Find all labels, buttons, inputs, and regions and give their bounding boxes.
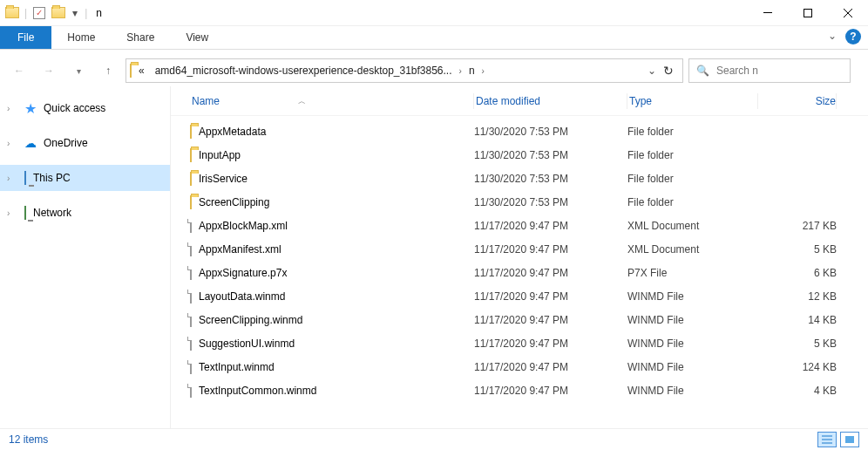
file-size: 124 KB: [758, 361, 837, 373]
svg-rect-0: [763, 12, 772, 13]
file-row[interactable]: SuggestionUI.winmd11/17/2020 9:47 PMWINM…: [171, 331, 868, 355]
file-type: WINMD File: [627, 290, 758, 303]
chevron-right-icon[interactable]: ›: [459, 66, 462, 76]
ribbon-collapse-icon[interactable]: ⌄: [828, 30, 837, 42]
file-size: 6 KB: [758, 267, 837, 279]
file-date: 11/17/2020 9:47 PM: [474, 243, 627, 256]
address-bar[interactable]: « amd64_microsoft-windows-userexperience…: [125, 58, 683, 83]
file-row[interactable]: ScreenClipping.winmd11/17/2020 9:47 PMWI…: [171, 308, 868, 331]
file-type: File folder: [627, 173, 758, 185]
title-bar: | ✓ ▾ | n: [0, 0, 868, 26]
column-header-type[interactable]: Type: [627, 93, 758, 109]
sidebar-item-this-pc[interactable]: › This PC: [0, 165, 170, 191]
column-header-date[interactable]: Date modified: [474, 93, 627, 109]
file-name: TextInput.winmd: [199, 361, 275, 373]
tab-view[interactable]: View: [170, 26, 224, 49]
file-type: WINMD File: [627, 314, 758, 326]
folder-icon[interactable]: [51, 6, 65, 20]
sidebar-item-onedrive[interactable]: › ☁ OneDrive: [0, 130, 170, 156]
file-type: P7X File: [627, 267, 758, 279]
file-size: 12 KB: [758, 290, 837, 303]
file-row[interactable]: InputApp11/30/2020 7:53 PMFile folder: [171, 143, 868, 167]
file-row[interactable]: AppxMetadata11/30/2020 7:53 PMFile folde…: [171, 119, 868, 143]
maximize-button[interactable]: [788, 0, 828, 26]
close-button[interactable]: [828, 0, 868, 26]
tab-share[interactable]: Share: [111, 26, 170, 49]
cloud-icon: ☁: [24, 136, 37, 150]
file-type: File folder: [627, 149, 758, 161]
file-row[interactable]: IrisService11/30/2020 7:53 PMFile folder: [171, 167, 868, 190]
file-row[interactable]: AppxSignature.p7x11/17/2020 9:47 PMP7X F…: [171, 261, 868, 284]
folder-icon: [5, 6, 19, 20]
search-icon: 🔍: [696, 65, 709, 77]
sidebar-item-label: This PC: [33, 172, 71, 184]
forward-button[interactable]: →: [37, 58, 61, 83]
svg-rect-1: [804, 9, 812, 17]
file-date: 11/17/2020 9:47 PM: [474, 361, 627, 373]
navigation-bar: ← → ▾ ↑ « amd64_microsoft-windows-userex…: [0, 55, 868, 86]
file-size: 14 KB: [758, 314, 837, 326]
file-type: File folder: [627, 196, 758, 208]
column-headers: Name ︿ Date modified Type Size: [171, 86, 868, 116]
file-icon: [190, 243, 192, 256]
chevron-right-icon[interactable]: ›: [7, 174, 17, 183]
up-button[interactable]: ↑: [96, 58, 120, 83]
file-name: IrisService: [199, 173, 248, 185]
file-type: XML Document: [627, 220, 758, 232]
status-bar: 12 items: [0, 428, 868, 449]
column-header-name[interactable]: Name ︿: [190, 93, 474, 109]
file-name: AppxMetadata: [199, 126, 266, 138]
file-row[interactable]: TextInput.winmd11/17/2020 9:47 PMWINMD F…: [171, 355, 868, 378]
file-name: LayoutData.winmd: [199, 290, 285, 303]
file-date: 11/17/2020 9:47 PM: [474, 220, 627, 232]
file-row[interactable]: AppxBlockMap.xml11/17/2020 9:47 PMXML Do…: [171, 214, 868, 237]
minimize-button[interactable]: [748, 0, 788, 26]
breadcrumb-segment[interactable]: amd64_microsoft-windows-userexperience-d…: [152, 65, 456, 77]
sidebar-item-quick-access[interactable]: › ★ Quick access: [0, 95, 170, 121]
details-view-button[interactable]: [817, 432, 837, 447]
refresh-icon[interactable]: ↻: [663, 64, 674, 78]
monitor-icon: [24, 172, 26, 184]
file-row[interactable]: ScreenClipping11/30/2020 7:53 PMFile fol…: [171, 190, 868, 214]
chevron-right-icon[interactable]: ›: [7, 139, 17, 148]
file-row[interactable]: LayoutData.winmd11/17/2020 9:47 PMWINMD …: [171, 284, 868, 308]
chevron-right-icon[interactable]: ›: [482, 66, 485, 76]
address-dropdown-icon[interactable]: ⌄: [648, 65, 656, 77]
back-button[interactable]: ←: [7, 58, 31, 83]
folder-icon: [190, 126, 192, 138]
recent-dropdown-icon[interactable]: ▾: [66, 58, 91, 83]
file-name: ScreenClipping.winmd: [199, 314, 302, 326]
sidebar-item-network[interactable]: › Network: [0, 200, 170, 226]
file-date: 11/17/2020 9:47 PM: [474, 338, 627, 350]
file-date: 11/30/2020 7:53 PM: [474, 149, 627, 161]
sort-ascending-icon: ︿: [298, 93, 306, 109]
file-icon: [190, 361, 192, 373]
file-date: 11/30/2020 7:53 PM: [474, 173, 627, 185]
file-list: Name ︿ Date modified Type Size AppxMetad…: [171, 86, 868, 428]
help-icon[interactable]: ?: [845, 29, 861, 44]
file-icon: [190, 267, 192, 279]
thumbnails-view-button[interactable]: [840, 432, 859, 447]
chevron-right-icon[interactable]: ›: [7, 208, 17, 218]
file-date: 11/17/2020 9:47 PM: [474, 314, 627, 326]
file-name: AppxSignature.p7x: [199, 267, 287, 279]
qat-dropdown-icon[interactable]: ▾: [71, 7, 79, 19]
file-icon: [190, 220, 192, 232]
sidebar-item-label: OneDrive: [44, 137, 88, 149]
file-menu[interactable]: File: [0, 26, 51, 49]
file-row[interactable]: AppxManifest.xml11/17/2020 9:47 PMXML Do…: [171, 237, 868, 261]
file-size: 5 KB: [758, 243, 837, 256]
file-icon: [190, 290, 192, 303]
tab-home[interactable]: Home: [51, 26, 111, 49]
qat-properties-icon[interactable]: ✓: [32, 6, 46, 20]
chevron-right-icon[interactable]: ›: [7, 104, 17, 113]
column-header-size[interactable]: Size: [758, 93, 837, 109]
breadcrumb-overflow[interactable]: «: [135, 65, 148, 77]
file-name: AppxManifest.xml: [199, 243, 281, 256]
file-row[interactable]: TextInputCommon.winmd11/17/2020 9:47 PMW…: [171, 378, 868, 402]
sidebar-item-label: Quick access: [44, 102, 105, 114]
item-count: 12 items: [9, 433, 48, 446]
search-input[interactable]: 🔍 Search n: [688, 58, 851, 83]
breadcrumb-segment[interactable]: n: [465, 65, 478, 77]
file-icon: [190, 338, 192, 350]
